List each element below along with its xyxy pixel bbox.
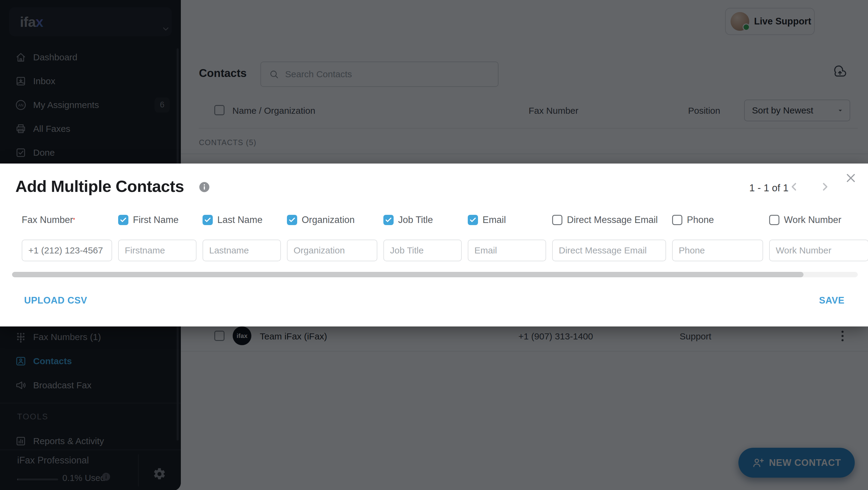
app-root: Live Support Contacts Name / Organizatio… — [0, 0, 868, 490]
required-asterisk: * — [73, 217, 75, 223]
email-checkbox[interactable] — [468, 215, 478, 225]
column-toggle-first-name: First Name — [118, 213, 196, 227]
direct-message-email-input[interactable] — [552, 239, 666, 261]
field-label: Last Name — [217, 214, 262, 225]
close-icon[interactable] — [844, 171, 858, 185]
direct-message-email-checkbox[interactable] — [552, 215, 562, 225]
last-name-checkbox[interactable] — [203, 215, 213, 225]
column-toggle-organization: Organization — [287, 213, 377, 227]
field-label: Work Number — [784, 214, 841, 225]
fax-number-input[interactable] — [22, 239, 112, 261]
field-column-direct-message-email: Direct Message Email — [552, 213, 666, 261]
field-label: First Name — [133, 214, 179, 225]
job-title-input[interactable] — [383, 239, 462, 261]
organization-input[interactable] — [287, 239, 377, 261]
field-column-last-name: Last Name — [203, 213, 281, 261]
field-column-phone: Phone — [672, 213, 763, 261]
last-name-input[interactable] — [203, 239, 281, 261]
phone-input[interactable] — [672, 239, 763, 261]
field-label: Phone — [687, 214, 714, 225]
chevron-right-icon[interactable] — [818, 180, 831, 193]
column-toggle-last-name: Last Name — [203, 213, 281, 227]
column-toggle-fax-number: Fax Number* — [22, 213, 112, 227]
field-column-email: Email — [468, 213, 546, 261]
horizontal-scrollbar-track — [12, 272, 858, 277]
work-number-input[interactable] — [769, 239, 868, 261]
column-toggle-email: Email — [468, 213, 546, 227]
organization-checkbox[interactable] — [287, 215, 297, 225]
field-column-first-name: First Name — [118, 213, 196, 261]
first-name-input[interactable] — [118, 239, 196, 261]
save-button[interactable]: SAVE — [819, 295, 844, 306]
horizontal-scrollbar-thumb[interactable] — [12, 272, 804, 277]
chevron-left-icon[interactable] — [788, 180, 801, 193]
column-toggle-job-title: Job Title — [383, 213, 462, 227]
upload-csv-button[interactable]: UPLOAD CSV — [24, 295, 87, 306]
column-toggle-work-number: Work Number — [769, 213, 868, 227]
field-label: Direct Message Email — [567, 214, 658, 225]
field-column-organization: Organization — [287, 213, 377, 261]
field-label: Organization — [302, 214, 355, 225]
pagination-label: 1 - 1 of 1 — [749, 182, 788, 194]
first-name-checkbox[interactable] — [118, 215, 128, 225]
column-toggle-phone: Phone — [672, 213, 763, 227]
work-number-checkbox[interactable] — [769, 215, 779, 225]
field-label: Fax Number — [22, 214, 73, 225]
modal-title: Add Multiple Contacts — [16, 177, 184, 196]
phone-checkbox[interactable] — [672, 215, 682, 225]
column-toggle-direct-message-email: Direct Message Email — [552, 213, 666, 227]
job-title-checkbox[interactable] — [383, 215, 394, 225]
field-column-fax-number: Fax Number* — [22, 213, 112, 261]
field-label: Email — [483, 214, 506, 225]
add-multiple-contacts-modal: Add Multiple Contacts 1 - 1 of 1 Fax Num… — [0, 164, 868, 326]
email-input[interactable] — [468, 239, 546, 261]
field-column-work-number: Work Number — [769, 213, 868, 261]
field-label: Job Title — [398, 214, 433, 225]
field-column-job-title: Job Title — [383, 213, 462, 261]
modal-info-icon[interactable] — [198, 181, 210, 193]
